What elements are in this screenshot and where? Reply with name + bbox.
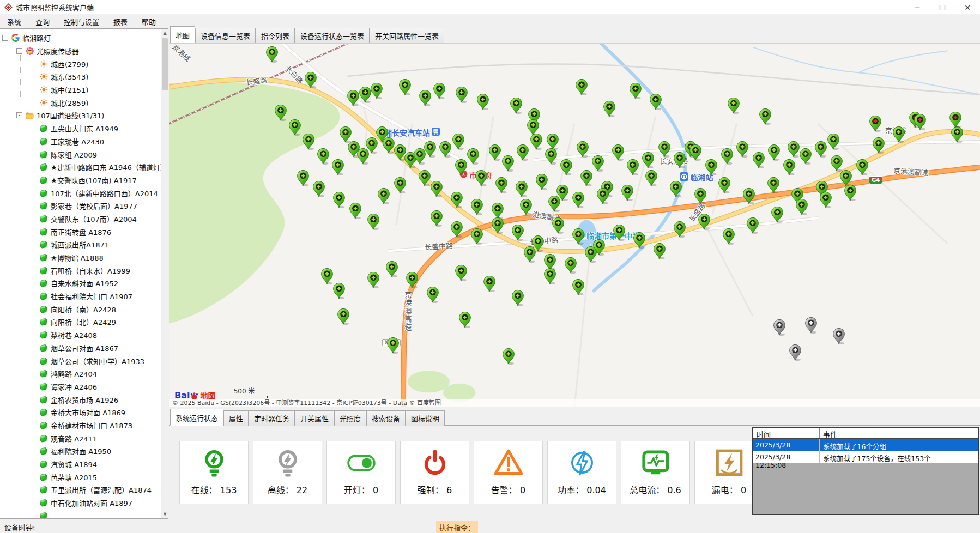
device-pin-online[interactable]: [516, 181, 528, 198]
device-pin-offline[interactable]: [789, 344, 801, 361]
tree-item-18[interactable]: 石咀桥（自来水）A1999: [0, 264, 161, 277]
device-pin-online[interactable]: [524, 246, 536, 263]
device-pin-online[interactable]: [645, 170, 658, 187]
device-pin-online[interactable]: [621, 184, 633, 201]
tree-item-37[interactable]: [0, 509, 161, 518]
device-pin-online[interactable]: [359, 86, 372, 103]
device-pin-online[interactable]: [418, 170, 431, 187]
tree-item-20[interactable]: 社会福利院大门口 A1907: [0, 290, 161, 303]
menu-item-3[interactable]: 报表: [106, 15, 135, 28]
device-pin-online[interactable]: [347, 90, 359, 107]
device-pin-online[interactable]: [383, 137, 395, 154]
tab-bottom-4[interactable]: 光照度: [334, 410, 366, 426]
device-pin-online[interactable]: [627, 159, 639, 176]
tree-item-7[interactable]: 五尖山大门东 A1949: [0, 122, 161, 135]
device-pin-online[interactable]: [694, 188, 706, 205]
device-pin-online[interactable]: [560, 159, 573, 176]
device-pin-forced[interactable]: [869, 116, 882, 132]
device-pin-online[interactable]: [321, 268, 334, 285]
device-pin-online[interactable]: [705, 159, 718, 176]
device-pin-online[interactable]: [378, 188, 390, 205]
minimize-button[interactable]: ─: [905, 0, 930, 15]
tab-map-0[interactable]: 地图: [170, 26, 195, 43]
device-pin-online[interactable]: [767, 177, 779, 194]
device-pin-online[interactable]: [689, 144, 701, 161]
device-pin-online[interactable]: [572, 279, 585, 296]
device-pin-online[interactable]: [674, 221, 686, 238]
device-pin-online[interactable]: [305, 72, 317, 89]
device-pin-online[interactable]: [431, 210, 443, 227]
tree-item-4[interactable]: 城中(2151): [0, 83, 161, 96]
map-canvas[interactable]: 长盛路长白路京港线长安东路长盛中路长盛中路长盛路京港线京港澳高速港澳高速京港澳高…: [169, 43, 980, 407]
tree-expander-icon[interactable]: -: [16, 48, 22, 54]
device-pin-online[interactable]: [503, 348, 515, 365]
device-pin-online[interactable]: [476, 94, 489, 111]
tree-item-13[interactable]: 彭家巷（党校后面）A1977: [0, 199, 161, 213]
device-pin-online[interactable]: [670, 181, 682, 198]
device-pin-online[interactable]: [313, 181, 325, 198]
device-pin-online[interactable]: [510, 97, 522, 114]
device-pin-online[interactable]: [419, 90, 432, 107]
device-pin-online[interactable]: [399, 79, 412, 96]
device-pin-online[interactable]: [370, 83, 383, 100]
device-pin-online[interactable]: [844, 184, 856, 201]
tree-item-19[interactable]: 自来水斜对面 A1952: [0, 277, 161, 290]
tab-map-2[interactable]: 指令列表: [256, 28, 295, 43]
device-pin-online[interactable]: [727, 97, 740, 114]
menu-item-1[interactable]: 查询: [28, 15, 57, 28]
device-pin-online[interactable]: [302, 134, 314, 150]
device-pin-online[interactable]: [649, 94, 662, 111]
tab-bottom-6[interactable]: 图标说明: [406, 410, 445, 426]
device-pin-online[interactable]: [317, 148, 329, 165]
device-pin-online[interactable]: [564, 257, 577, 274]
device-pin-online[interactable]: [495, 177, 508, 194]
device-pin-online[interactable]: [544, 268, 556, 285]
device-pin-online[interactable]: [455, 264, 467, 281]
tab-bottom-1[interactable]: 属性: [223, 410, 249, 426]
tab-bottom-2[interactable]: 定时器任务: [249, 410, 295, 426]
device-pin-online[interactable]: [349, 203, 362, 220]
device-pin-online[interactable]: [783, 159, 796, 176]
device-pin-online[interactable]: [592, 155, 604, 172]
device-pin-online[interactable]: [856, 159, 869, 176]
tree-item-0[interactable]: -临湘路灯: [0, 32, 161, 45]
tree-item-25[interactable]: 烟草公司（求知中学）A1933: [0, 354, 161, 367]
device-pin-online[interactable]: [424, 141, 437, 158]
tree-item-3[interactable]: 城东(3543): [0, 70, 161, 83]
device-pin-online[interactable]: [613, 225, 625, 241]
maximize-button[interactable]: ☐: [930, 0, 955, 15]
device-pin-online[interactable]: [511, 225, 524, 241]
device-pin-online[interactable]: [873, 137, 885, 154]
tree-item-24[interactable]: 烟草公司对面 A1867: [0, 342, 161, 355]
device-pin-online[interactable]: [386, 261, 398, 277]
device-pin-online[interactable]: [580, 170, 593, 187]
device-pin-online[interactable]: [519, 199, 532, 216]
tab-bottom-3[interactable]: 开关属性: [295, 410, 334, 426]
tree-item-26[interactable]: 鸿鹤路 A2404: [0, 367, 161, 380]
device-pin-online[interactable]: [629, 83, 642, 100]
scroll-down-icon[interactable]: ▼: [161, 510, 168, 518]
tab-bottom-0[interactable]: 系统运行状态: [170, 409, 223, 426]
device-pin-online[interactable]: [456, 86, 468, 103]
device-pin-online[interactable]: [475, 170, 487, 187]
tree-item-30[interactable]: 金桥建材市场门口 A1873: [0, 419, 161, 432]
device-pin-online[interactable]: [491, 217, 504, 234]
tree-item-36[interactable]: 中石化加油站对面 A1897: [0, 496, 161, 510]
device-pin-online[interactable]: [576, 79, 588, 96]
device-pin-online[interactable]: [471, 228, 483, 245]
device-pin-online[interactable]: [603, 101, 615, 118]
device-pin-online[interactable]: [367, 214, 379, 231]
device-pin-online[interactable]: [431, 181, 443, 198]
device-pin-online[interactable]: [795, 199, 808, 216]
tree-item-29[interactable]: 金桥大市场对面 A1869: [0, 406, 161, 419]
device-pin-online[interactable]: [265, 46, 278, 63]
tree-item-12[interactable]: 107北（建新中路路口西）A2014: [0, 186, 161, 199]
device-pin-online[interactable]: [337, 308, 349, 325]
device-pin-online[interactable]: [426, 286, 439, 303]
device-pin-online[interactable]: [489, 144, 501, 161]
tab-map-4[interactable]: 开关回路属性一览表: [370, 28, 444, 43]
device-pin-online[interactable]: [467, 148, 480, 165]
tree-item-11[interactable]: ★交警队西(107南) A1917: [0, 174, 161, 187]
device-pin-online[interactable]: [787, 141, 800, 158]
tree-item-5[interactable]: 城北(2859): [0, 96, 161, 109]
